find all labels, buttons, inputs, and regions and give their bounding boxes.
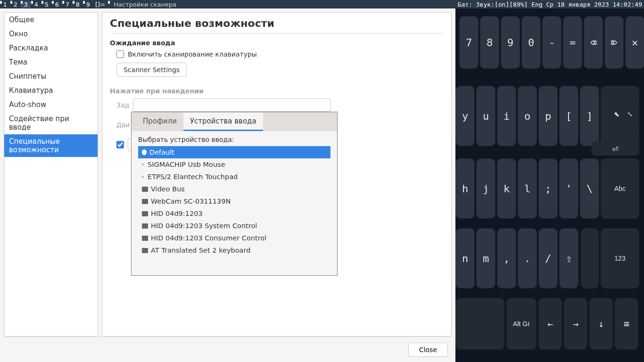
workspace-2[interactable]: 2 — [10, 1, 21, 8]
key-l[interactable]: l — [518, 158, 537, 219]
key-slash[interactable]: / — [538, 228, 558, 288]
obscured-label-2: Дви — [116, 121, 130, 129]
key-0[interactable]: 0 — [521, 16, 541, 69]
device-item[interactable]: HID 04d9:1203 System Control — [138, 220, 330, 232]
enable-scan-label: Включить сканирование клавиатуры — [128, 50, 257, 58]
sidebar-item[interactable]: Общее — [4, 13, 98, 27]
device-item[interactable]: SIGMACHIP Usb Mouse — [138, 158, 330, 171]
kbd-icon — [142, 187, 148, 192]
top-bar: 123456789 []= Настройки сканера Бат: Зву… — [0, 0, 644, 8]
mouse-icon — [142, 174, 145, 180]
device-name: HID 04d9:1203 Consumer Control — [151, 234, 266, 242]
settings-footer: Close — [4, 337, 452, 362]
key-][interactable]: ] — [580, 86, 599, 146]
workspace-3[interactable]: 3 — [21, 1, 31, 8]
kbd-icon — [142, 236, 148, 241]
key-j[interactable]: j — [476, 158, 495, 219]
kbd-icon — [142, 248, 148, 253]
enable-scan-checkbox[interactable] — [116, 50, 124, 58]
section-input-wait: Ожидание ввода — [110, 39, 444, 47]
key-i[interactable]: i — [497, 86, 516, 146]
section-hover-click: Нажатие при наведении — [110, 87, 444, 95]
device-name: ETPS/2 Elantech Touchpad — [148, 173, 238, 181]
enter-key[interactable]: ⏎ — [591, 141, 639, 156]
shift-key[interactable]: ⇧ — [559, 228, 578, 288]
title-tag — [108, 1, 110, 4]
altgr-key[interactable]: Alt Gr — [506, 298, 537, 350]
sidebar-item[interactable]: Сниппеты — [4, 69, 98, 83]
sidebar-item[interactable]: Клавиатура — [4, 83, 98, 98]
key-h[interactable]: h — [455, 158, 475, 219]
tab[interactable]: Профили — [136, 113, 183, 131]
close-button[interactable]: Close — [408, 343, 448, 357]
key-n[interactable]: n — [455, 228, 475, 288]
device-item[interactable]: WebCam SC-0311139N — [138, 195, 330, 207]
key-comma[interactable]: , — [497, 228, 516, 288]
workspace-5[interactable]: 5 — [41, 1, 52, 8]
move-icon-key[interactable]: ⬉ — [612, 105, 621, 123]
workspace-9[interactable]: 9 — [83, 1, 93, 8]
blank-bottom-1[interactable] — [455, 298, 504, 350]
workspace-8[interactable]: 8 — [73, 1, 83, 8]
key-7[interactable]: 7 — [459, 16, 479, 69]
page-title: Специальные возможности — [110, 17, 444, 33]
workspace-7[interactable]: 7 — [62, 1, 73, 8]
key-8[interactable]: 8 — [480, 16, 499, 69]
right-arrow-key[interactable]: → — [564, 298, 587, 350]
device-item[interactable]: AT Translated Set 2 keyboard — [138, 244, 330, 256]
device-item[interactable]: Video Bus — [138, 183, 330, 195]
blank-key[interactable] — [581, 228, 599, 288]
tab[interactable]: Устройства ввода — [183, 113, 263, 131]
kbd-icon — [142, 199, 148, 204]
mouse-icon — [142, 162, 145, 167]
key-9[interactable]: 9 — [501, 16, 520, 69]
workspace-4[interactable]: 4 — [31, 1, 41, 8]
key-equals[interactable]: = — [563, 16, 582, 69]
device-item[interactable]: ETPS/2 Elantech Touchpad — [138, 171, 330, 183]
layout-indicator: []= — [95, 1, 105, 8]
workspace-list: 123456789 — [0, 1, 93, 8]
obscured-input-1[interactable] — [133, 99, 331, 112]
numeric-key[interactable]: 123 — [601, 228, 639, 288]
kbd-icon — [142, 223, 148, 229]
sidebar-item[interactable]: Раскладка — [4, 41, 98, 55]
mic-icon — [142, 149, 147, 155]
device-item[interactable]: HID 04d9:1203 Consumer Control — [138, 232, 330, 244]
key-p[interactable]: p — [538, 86, 558, 146]
left-arrow-key[interactable]: ← — [538, 298, 562, 350]
down-arrow-key[interactable]: ↓ — [589, 298, 613, 350]
device-name: HID 04d9:1203 — [151, 210, 203, 217]
close-key[interactable]: ✕ — [625, 16, 644, 69]
key-o[interactable]: o — [518, 86, 537, 146]
device-item[interactable]: Default — [138, 146, 330, 158]
sidebar-item[interactable]: Специальные возможности — [4, 134, 98, 157]
key-'[interactable]: ' — [559, 158, 578, 219]
key-y[interactable]: y — [455, 86, 475, 146]
window-title: Настройки сканера — [114, 1, 176, 8]
resize-icon-key[interactable]: ⤡ — [625, 105, 635, 123]
sidebar-item[interactable]: Auto-show — [4, 98, 98, 112]
key-dot[interactable]: . — [518, 228, 537, 288]
key-u[interactable]: u — [476, 86, 495, 146]
backspace-key[interactable]: ⌫ — [584, 16, 603, 69]
sidebar-item[interactable]: Тема — [4, 55, 98, 69]
key-k[interactable]: k — [497, 158, 516, 219]
key-[[interactable]: [ — [559, 86, 578, 146]
key-;[interactable]: ; — [538, 158, 558, 219]
device-name: AT Translated Set 2 keyboard — [151, 247, 250, 254]
workspace-1[interactable]: 1 — [0, 1, 10, 8]
workspace-6[interactable]: 6 — [52, 1, 62, 8]
scanner-settings-button[interactable]: Scanner Settings — [116, 63, 187, 77]
abc-key[interactable]: Abc — [601, 158, 639, 219]
sidebar-item[interactable]: Содействие при вводе — [4, 112, 98, 134]
key-\[interactable]: \ — [580, 158, 599, 219]
device-name: Video Bus — [151, 185, 185, 193]
device-name: HID 04d9:1203 System Control — [151, 222, 257, 230]
key-minus[interactable]: - — [542, 16, 561, 69]
sidebar-item[interactable]: Окно — [4, 27, 98, 41]
menu-key[interactable]: ≡ — [615, 298, 638, 350]
obscured-checkbox[interactable] — [116, 141, 124, 148]
key-m[interactable]: m — [476, 228, 495, 288]
device-item[interactable]: HID 04d9:1203 — [138, 207, 330, 220]
delete-key[interactable]: ⌦ — [604, 16, 624, 69]
